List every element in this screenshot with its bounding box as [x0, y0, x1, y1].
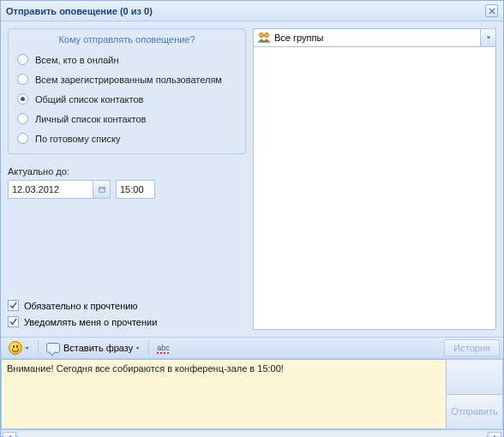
radio-icon: [17, 93, 28, 105]
svg-point-2: [260, 33, 264, 38]
dialog-window: Отправить оповещение (0 из 0) Кому отпра…: [0, 0, 504, 437]
checkbox-row[interactable]: Уведомлять меня о прочтении: [8, 314, 246, 330]
radio-option[interactable]: Всем, кто в онлайн: [9, 50, 245, 69]
time-input[interactable]: [116, 180, 155, 199]
radio-icon: [17, 74, 28, 85]
emoji-button[interactable]: [4, 339, 34, 356]
group-title: Кому отправлять оповещение?: [9, 33, 245, 50]
checkbox-row[interactable]: Обязательно к прочтению: [8, 297, 246, 314]
date-picker-button[interactable]: [93, 180, 111, 199]
main-area: Кому отправлять оповещение? Всем, кто в …: [1, 21, 503, 337]
recipients-group: Кому отправлять оповещение? Всем, кто в …: [8, 28, 246, 154]
side-buttons: Отправить: [447, 359, 503, 429]
radio-label: Всем зарегистрированным пользователям: [35, 75, 222, 85]
scroll-track[interactable]: [18, 432, 486, 438]
speech-bubble-icon: [46, 343, 60, 353]
combo-label: Все группы: [274, 33, 323, 43]
toolbar-separator: [148, 340, 149, 356]
message-editor[interactable]: Внимание! Сегодня все собираются в конфе…: [1, 359, 447, 429]
radio-label: По готовому списку: [35, 134, 120, 144]
send-button[interactable]: Отправить: [447, 395, 503, 430]
send-label: Отправить: [451, 406, 498, 416]
svg-point-3: [265, 33, 269, 38]
editor-row: Внимание! Сегодня все собираются в конфе…: [1, 359, 503, 429]
chevron-down-icon: [135, 343, 141, 353]
close-button[interactable]: [485, 4, 498, 17]
calendar-icon: [99, 186, 105, 193]
titlebar: Отправить оповещение (0 из 0): [1, 1, 503, 21]
editor-toolbar: Вставить фразу abc История: [1, 337, 503, 359]
radio-icon: [17, 133, 28, 144]
radio-label: Личный список контактов: [35, 114, 146, 124]
radio-icon: [17, 54, 28, 65]
combo-trigger[interactable]: [481, 28, 496, 47]
bottom-scrollbar: [1, 429, 503, 437]
scroll-right-button[interactable]: [488, 432, 501, 438]
spellcheck-button[interactable]: abc: [153, 339, 174, 356]
right-column: Все группы: [253, 28, 496, 330]
spellcheck-icon: abc: [157, 344, 170, 352]
chevron-down-icon: [24, 343, 30, 353]
radio-option[interactable]: По готовому списку: [9, 129, 245, 148]
group-combo: Все группы: [253, 28, 496, 47]
checkbox-icon: [8, 300, 19, 311]
valid-until-label: Актуально до:: [8, 166, 246, 177]
smiley-icon: [9, 341, 22, 355]
history-label: История: [453, 343, 490, 353]
radio-option[interactable]: Всем зарегистрированным пользователям: [9, 69, 245, 89]
radio-icon: [17, 113, 28, 124]
radio-label: Общий список контактов: [35, 94, 143, 105]
combo-field[interactable]: Все группы: [253, 28, 481, 47]
date-field-wrap: [8, 180, 111, 199]
close-icon: [489, 8, 495, 15]
checkbox-label: Обязательно к прочтению: [24, 301, 138, 311]
scroll-left-button[interactable]: [3, 432, 16, 438]
insert-phrase-button[interactable]: Вставить фразу: [42, 339, 145, 356]
recipients-listbox[interactable]: [253, 47, 496, 330]
date-input[interactable]: [8, 180, 93, 199]
radio-option[interactable]: Личный список контактов: [9, 109, 245, 129]
left-column: Кому отправлять оповещение? Всем, кто в …: [8, 28, 246, 330]
side-button-blank[interactable]: [447, 359, 503, 395]
checkbox-label: Уведомлять меня о прочтении: [24, 317, 157, 327]
date-time-row: [8, 180, 246, 199]
checkbox-icon: [8, 316, 19, 327]
insert-phrase-label: Вставить фразу: [63, 343, 133, 353]
svg-rect-0: [99, 188, 104, 193]
radio-option[interactable]: Общий список контактов: [9, 89, 245, 109]
window-title: Отправить оповещение (0 из 0): [6, 6, 485, 16]
radio-label: Всем, кто в онлайн: [35, 55, 119, 65]
people-icon: [257, 31, 271, 45]
history-button[interactable]: История: [444, 339, 500, 356]
toolbar-separator: [38, 340, 39, 356]
chevron-down-icon: [485, 34, 492, 41]
checkbox-block: Обязательно к прочтению Уведомлять меня …: [8, 289, 246, 330]
